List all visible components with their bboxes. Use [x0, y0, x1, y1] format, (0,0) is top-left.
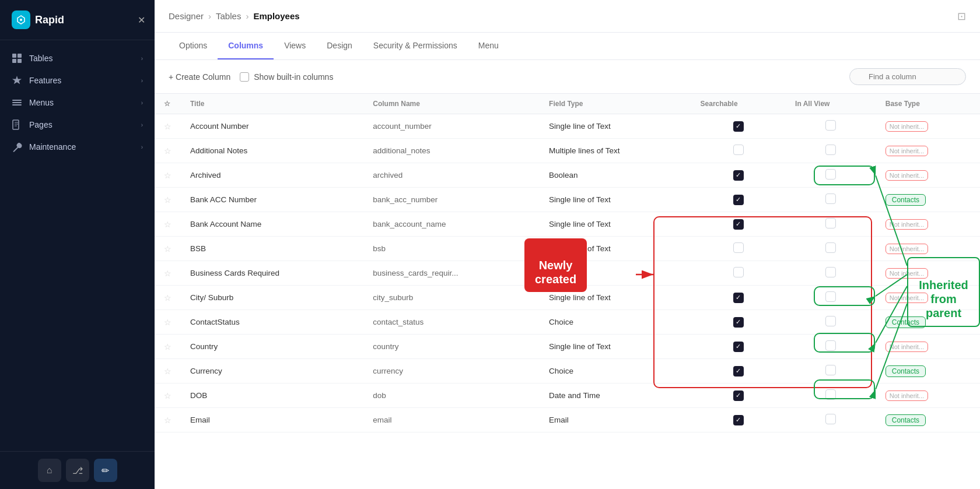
sidebar-item-features[interactable]: Features › — [0, 69, 155, 92]
tab-columns[interactable]: Columns — [218, 33, 274, 59]
col-title: Email — [181, 408, 363, 432]
sidebar-item-menus[interactable]: Menus › — [0, 92, 155, 114]
col-basetype: Contacts — [876, 310, 980, 335]
toolbar: + Create Column Show built-in columns — [155, 60, 980, 94]
star-icon[interactable]: ☆ — [164, 391, 172, 400]
col-colname: additional_notes — [363, 139, 540, 163]
searchable-check[interactable]: ✓ — [733, 195, 744, 205]
inall-uncheck[interactable] — [825, 169, 836, 180]
searchable-uncheck[interactable] — [733, 267, 744, 277]
searchable-check[interactable]: ✓ — [733, 391, 744, 401]
svg-rect-8 — [13, 120, 19, 129]
col-inallview — [786, 212, 876, 237]
find-column-input[interactable] — [849, 68, 966, 85]
inall-uncheck[interactable] — [825, 365, 836, 375]
sidebar-item-tables[interactable]: Tables › — [0, 47, 155, 69]
tab-menu[interactable]: Menu — [468, 33, 509, 59]
designer-footer-button[interactable]: ✏ — [94, 459, 117, 482]
star-icon[interactable]: ☆ — [164, 367, 172, 376]
star-icon[interactable]: ☆ — [164, 244, 172, 254]
searchable-check[interactable]: ✓ — [733, 366, 744, 377]
sidebar-item-maintenance[interactable]: Maintenance › — [0, 136, 155, 158]
star-icon[interactable]: ☆ — [164, 416, 172, 425]
col-inallview — [786, 261, 876, 286]
sidebar-close-button[interactable]: ✕ — [138, 15, 145, 26]
svg-rect-6 — [12, 102, 22, 103]
inall-uncheck[interactable] — [825, 340, 836, 351]
searchable-uncheck[interactable] — [733, 242, 744, 253]
inall-uncheck[interactable] — [825, 218, 836, 228]
create-column-label: + Create Column — [169, 72, 230, 82]
star-icon[interactable]: ☆ — [164, 171, 172, 180]
star-icon[interactable]: ☆ — [164, 293, 172, 302]
col-fieldtype: Single line of Text — [540, 335, 691, 359]
col-title: Additional Notes — [181, 139, 363, 163]
searchable-check[interactable]: ✓ — [733, 219, 744, 230]
menus-icon — [12, 97, 22, 108]
col-header-colname: Column Name — [363, 94, 540, 114]
col-fieldtype: Email — [540, 408, 691, 432]
inall-uncheck[interactable] — [825, 291, 836, 302]
logo-text: Rapid — [35, 14, 64, 26]
tab-design[interactable]: Design — [316, 33, 363, 59]
svg-rect-7 — [12, 104, 22, 105]
features-chevron: › — [141, 78, 143, 84]
find-column-wrap — [849, 68, 966, 85]
sidebar-item-pages[interactable]: Pages › — [0, 114, 155, 136]
searchable-check[interactable]: ✓ — [733, 170, 744, 181]
base-type-badge-not-inherit: Not inherit... — [886, 170, 928, 181]
breadcrumb-tables[interactable]: Tables — [216, 11, 241, 21]
window-icon: ⊡ — [957, 10, 966, 23]
star-icon[interactable]: ☆ — [164, 269, 172, 278]
col-colname: bank_acc_number — [363, 188, 540, 212]
inall-uncheck[interactable] — [825, 194, 836, 204]
create-column-button[interactable]: + Create Column — [169, 72, 230, 82]
star-icon[interactable]: ☆ — [164, 122, 172, 131]
col-title: Archived — [181, 163, 363, 188]
sidebar-header: Rapid ✕ — [0, 0, 155, 40]
col-searchable: ✓ — [691, 212, 786, 237]
col-inallview — [786, 237, 876, 261]
inall-uncheck[interactable] — [825, 316, 836, 326]
pages-icon — [12, 119, 22, 130]
star-icon[interactable]: ☆ — [164, 220, 172, 229]
col-fieldtype: Boolean — [540, 261, 691, 286]
col-basetype: Not inherit... — [876, 237, 980, 261]
table-row: ☆ Business Cards Required business_cards… — [155, 261, 980, 286]
star-icon[interactable]: ☆ — [164, 195, 172, 205]
inall-uncheck[interactable] — [825, 120, 836, 131]
base-type-badge-contacts: Contacts — [886, 365, 926, 377]
col-colname: bank_account_name — [363, 212, 540, 237]
svg-rect-4 — [18, 59, 22, 63]
inall-uncheck[interactable] — [825, 267, 836, 277]
searchable-check[interactable]: ✓ — [733, 293, 744, 303]
maintenance-chevron: › — [141, 144, 143, 150]
table-row: ☆ City/ Suburb city_suburb Single line o… — [155, 286, 980, 310]
tab-security[interactable]: Security & Permissions — [363, 33, 468, 59]
star-icon[interactable]: ☆ — [164, 342, 172, 351]
searchable-check[interactable]: ✓ — [733, 342, 744, 352]
searchable-check[interactable]: ✓ — [733, 121, 744, 132]
show-built-in-label[interactable]: Show built-in columns — [240, 72, 333, 82]
searchable-check[interactable]: ✓ — [733, 415, 744, 425]
sidebar-footer: ⌂ ⎇ ✏ — [0, 451, 155, 489]
tab-views[interactable]: Views — [274, 33, 316, 59]
col-fieldtype: Single line of Text — [540, 188, 691, 212]
inall-uncheck[interactable] — [825, 242, 836, 253]
features-icon — [12, 75, 22, 86]
sitemap-footer-button[interactable]: ⎇ — [66, 459, 89, 482]
star-icon[interactable]: ☆ — [164, 146, 172, 156]
breadcrumb-designer[interactable]: Designer — [169, 11, 204, 21]
inall-uncheck[interactable] — [825, 145, 836, 155]
inall-uncheck[interactable] — [825, 414, 836, 424]
breadcrumb: Designer › Tables › Employees — [169, 11, 300, 21]
inall-uncheck[interactable] — [825, 389, 836, 400]
col-basetype: Not inherit... — [876, 261, 980, 286]
star-icon[interactable]: ☆ — [164, 318, 172, 327]
searchable-uncheck[interactable] — [733, 145, 744, 155]
col-searchable: ✓ — [691, 310, 786, 335]
show-built-in-checkbox[interactable] — [240, 72, 249, 82]
searchable-check[interactable]: ✓ — [733, 317, 744, 328]
home-footer-button[interactable]: ⌂ — [38, 459, 61, 482]
tab-options[interactable]: Options — [169, 33, 218, 59]
